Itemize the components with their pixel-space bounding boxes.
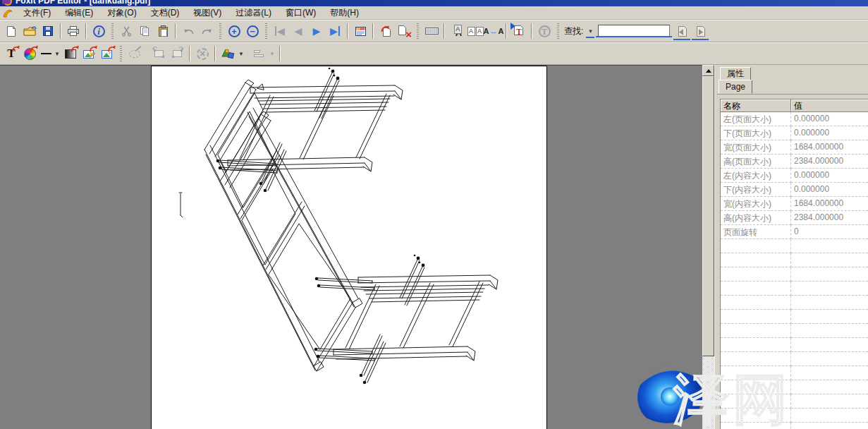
lasso-edit-button[interactable] [126, 44, 144, 63]
undo-button[interactable] [179, 22, 197, 40]
find-dropdown[interactable]: ▼ [585, 24, 595, 38]
menu-filter[interactable]: 过滤器(L) [228, 6, 279, 20]
last-page-button[interactable]: ▶ [326, 22, 344, 40]
next-page-button[interactable]: ▶ [307, 22, 326, 40]
property-value[interactable]: 2384.000000 [791, 211, 868, 225]
blue-arrow-icon [511, 23, 515, 30]
first-page-button[interactable]: ◀ [271, 22, 289, 40]
find-previous-button[interactable] [673, 22, 691, 40]
find-input[interactable] [598, 25, 670, 37]
open-button[interactable] [20, 22, 39, 40]
menu-window[interactable]: 窗口(W) [279, 6, 323, 20]
insert-color-button[interactable] [20, 44, 39, 63]
letter-spacing-button[interactable]: A ↔ A [484, 22, 503, 40]
property-value[interactable]: 1684.000000 [791, 140, 868, 155]
copy-button[interactable] [135, 22, 154, 40]
text-tool-button[interactable]: T [535, 22, 554, 40]
zoom-out-button[interactable]: − [243, 22, 262, 40]
menu-document[interactable]: 文档(D) [144, 6, 187, 20]
font-size-button[interactable]: A A [466, 22, 484, 40]
toolbar-grip[interactable] [417, 23, 419, 39]
property-value[interactable]: 0.000000 [791, 126, 868, 140]
property-value[interactable]: 0 [791, 225, 868, 239]
align-objects-button[interactable] [250, 44, 268, 63]
toolbar-grip[interactable] [557, 23, 559, 39]
red-t-icon: T [516, 27, 522, 37]
delete-object-button[interactable]: × [193, 44, 212, 63]
insert-text-button[interactable]: T [2, 44, 20, 63]
document-canvas[interactable] [0, 65, 702, 429]
property-value[interactable]: 2384.000000 [791, 155, 868, 169]
rotate-object-left-button[interactable]: ↶ [149, 44, 168, 63]
shape-dropdown[interactable]: ▼ [237, 51, 245, 57]
pdf-page[interactable] [151, 66, 547, 429]
undo-icon [183, 27, 195, 36]
document-info-button[interactable]: i [90, 22, 108, 40]
properties-tab[interactable]: 属性 [720, 67, 751, 80]
vertical-scrollbar[interactable] [702, 65, 714, 429]
red-curve-arrow-icon [30, 45, 38, 52]
print-button[interactable] [64, 22, 82, 40]
toolbar-separator [60, 23, 61, 39]
next-page-icon: ▶ [313, 26, 321, 36]
toolbar-grip[interactable] [219, 23, 221, 39]
empty-row [721, 282, 868, 296]
edit-image-button[interactable] [80, 44, 98, 63]
tab-page[interactable]: Page [719, 80, 752, 94]
toolbar-separator [279, 46, 281, 61]
property-value[interactable]: 0.000000 [791, 169, 868, 183]
property-value[interactable]: 0.000000 [791, 183, 868, 197]
redo-button[interactable] [197, 22, 216, 40]
properties-panel: 属性 Page 名称 值 左(页面大小) 0.000000 下(页面大小) 0.… [717, 65, 868, 429]
empty-row [721, 296, 868, 310]
line-style-dropdown[interactable]: ▼ [53, 51, 61, 57]
document-icon [2, 8, 13, 18]
menu-edit[interactable]: 编辑(E) [58, 6, 100, 20]
page-layout-button[interactable] [351, 22, 369, 40]
paste-button[interactable] [154, 22, 172, 40]
property-name: 宽(内容大小) [721, 197, 791, 211]
new-document-button[interactable] [2, 22, 20, 40]
property-value[interactable]: 0.000000 [791, 112, 868, 126]
insert-shape-button[interactable] [219, 44, 237, 63]
menu-help[interactable]: 帮助(H) [323, 6, 366, 20]
property-value[interactable]: 1684.000000 [791, 197, 868, 211]
toolbar-grip[interactable] [265, 23, 267, 39]
column-header-name[interactable]: 名称 [721, 99, 791, 112]
toolbar-separator [531, 23, 532, 39]
cut-button[interactable] [117, 22, 135, 40]
font-a-small-icon: A [454, 25, 462, 34]
insert-image-button[interactable] [98, 44, 116, 63]
menu-view[interactable]: 视图(V) [186, 6, 228, 20]
insert-page-button[interactable] [377, 22, 395, 40]
property-name: 下(页面大小) [721, 126, 791, 140]
toolbar-grip[interactable] [111, 23, 114, 39]
delete-page-button[interactable]: × [395, 22, 413, 40]
shapes-icon [221, 48, 235, 59]
column-header-value[interactable]: 值 [791, 99, 868, 112]
menu-object[interactable]: 对象(O) [100, 6, 143, 20]
property-row: 高(内容大小) 2384.000000 [721, 211, 868, 225]
import-text-button[interactable]: T [510, 22, 528, 40]
replace-font-button[interactable]: A A [448, 22, 466, 40]
align-dropdown[interactable]: ▼ [268, 51, 276, 57]
arrow-up-left-icon: ↶ [152, 45, 157, 52]
scrollbar-thumb[interactable] [702, 76, 714, 356]
rotate-object-right-button[interactable]: ↷ [168, 44, 186, 63]
paste-clipboard-icon [158, 25, 169, 37]
scroll-up-button[interactable] [702, 65, 714, 76]
find-next-button[interactable] [691, 22, 709, 40]
toolbar-separator [214, 46, 216, 61]
menu-file[interactable]: 文件(F) [16, 6, 58, 20]
toolbar-grip[interactable] [120, 46, 122, 61]
line-style-button[interactable] [39, 44, 53, 63]
insert-shading-button[interactable] [61, 44, 80, 63]
chevron-down-icon: ▼ [269, 51, 275, 57]
virtual-keyboard-button[interactable] [422, 22, 441, 40]
save-button[interactable] [39, 22, 57, 40]
align-icon [254, 50, 264, 57]
printer-icon [67, 25, 80, 37]
zoom-in-button[interactable]: + [225, 22, 243, 40]
find-previous-icon [676, 25, 687, 37]
previous-page-button[interactable]: ◀ [289, 22, 307, 40]
